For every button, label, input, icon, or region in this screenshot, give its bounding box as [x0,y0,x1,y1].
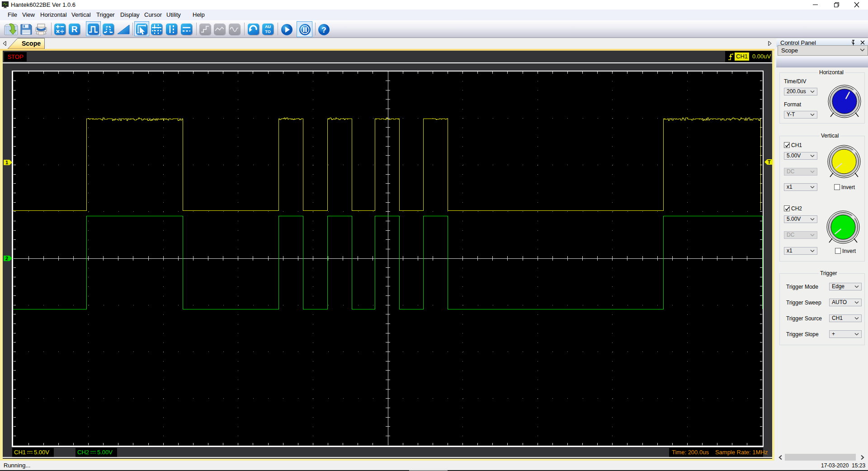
svg-text:2: 2 [5,256,8,261]
svg-text:T: T [768,159,771,165]
svg-text:?: ? [321,26,326,34]
svg-text:Scope: Scope [22,40,41,47]
svg-text:1: 1 [5,160,8,165]
